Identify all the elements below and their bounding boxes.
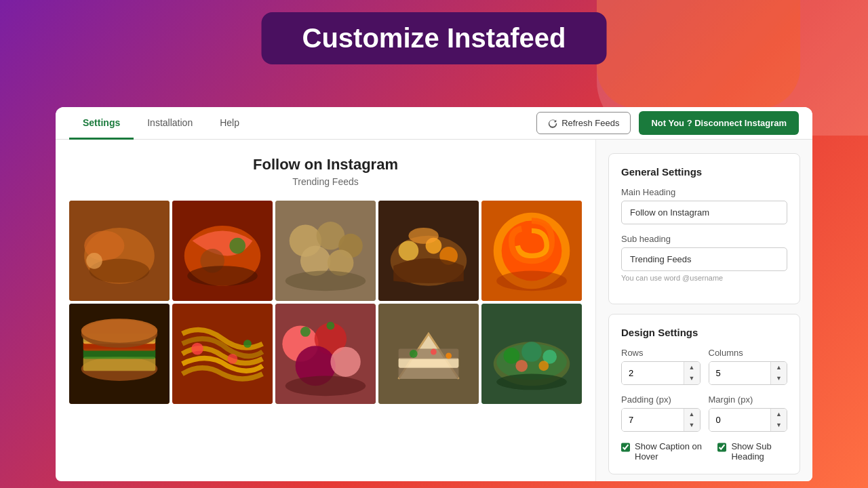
show-sub-heading-checkbox[interactable]	[717, 442, 726, 453]
photo-cell-4[interactable]	[378, 201, 479, 301]
svg-point-52	[410, 350, 418, 358]
rows-label: Rows	[621, 348, 701, 358]
columns-col: Columns ▲ ▼	[709, 348, 788, 385]
photo-cell-5[interactable]	[481, 201, 582, 301]
svg-point-9	[229, 238, 245, 254]
svg-point-54	[446, 353, 452, 359]
margin-label: Margin (px)	[709, 394, 788, 405]
settings-panel: General Settings Main Heading Sub headin…	[595, 140, 812, 481]
margin-increment-button[interactable]: ▲	[771, 409, 787, 420]
show-caption-label: Show Caption on Hover	[635, 441, 704, 462]
padding-input[interactable]	[622, 409, 684, 431]
photo-cell-9[interactable]	[378, 304, 479, 404]
padding-decrement-button[interactable]: ▼	[684, 420, 700, 432]
margin-spinners: ▲ ▼	[770, 409, 787, 431]
tab-help[interactable]: Help	[206, 108, 253, 140]
margin-input[interactable]	[709, 409, 771, 431]
svg-point-20	[399, 241, 419, 261]
rows-decrement-button[interactable]: ▼	[684, 373, 700, 385]
rows-columns-row: Rows ▲ ▼ Columns	[621, 348, 787, 385]
columns-label: Columns	[709, 348, 788, 358]
refresh-feeds-button[interactable]: Refresh Feeds	[536, 112, 631, 134]
bg-decoration-2	[597, 0, 800, 108]
rows-col: Rows ▲ ▼	[621, 348, 701, 385]
padding-margin-row: Padding (px) ▲ ▼ Margin (px)	[621, 394, 787, 432]
svg-rect-30	[83, 357, 156, 371]
columns-input[interactable]	[709, 362, 771, 384]
main-card: Settings Installation Help Refresh Feeds…	[56, 107, 812, 481]
design-settings-title: Design Settings	[621, 327, 787, 338]
padding-col: Padding (px) ▲ ▼	[621, 394, 701, 432]
padding-increment-button[interactable]: ▲	[684, 409, 700, 420]
svg-point-47	[326, 322, 334, 330]
main-heading-input[interactable]	[621, 201, 787, 224]
show-caption-item[interactable]: Show Caption on Hover	[621, 441, 704, 462]
svg-point-62	[538, 361, 549, 371]
rows-input[interactable]	[622, 362, 684, 384]
padding-input-wrap: ▲ ▼	[621, 408, 701, 432]
padding-spinners: ▲ ▼	[684, 409, 700, 431]
photo-grid	[69, 201, 582, 404]
disconnect-instagram-button[interactable]: Not You ? Disconnect Instagram	[639, 111, 799, 135]
sub-heading-hint: You can use word @username	[621, 274, 787, 282]
main-heading-label: Main Heading	[621, 187, 787, 197]
svg-point-46	[300, 327, 311, 337]
checkboxes-row: Show Caption on Hover Show Sub Heading	[621, 441, 787, 462]
svg-point-63	[496, 374, 567, 390]
svg-point-23	[408, 228, 438, 244]
refresh-icon	[548, 119, 557, 128]
photo-cell-6[interactable]	[69, 304, 170, 404]
design-settings-section: Design Settings Rows ▲ ▼ Colum	[608, 314, 800, 474]
sub-heading-input[interactable]	[621, 247, 787, 271]
rows-spinners: ▲ ▼	[684, 362, 700, 384]
main-heading-field-group: Main Heading	[621, 187, 787, 224]
svg-point-5	[86, 253, 102, 269]
columns-spinners: ▲ ▼	[770, 362, 787, 384]
photo-cell-2[interactable]	[172, 201, 273, 301]
svg-point-44	[330, 347, 360, 377]
svg-point-59	[521, 342, 542, 362]
svg-point-58	[504, 348, 520, 364]
tab-bar: Settings Installation Help Refresh Feeds…	[56, 107, 812, 140]
columns-decrement-button[interactable]: ▼	[771, 373, 787, 385]
tab-settings[interactable]: Settings	[69, 108, 134, 140]
svg-point-38	[227, 354, 237, 364]
padding-label: Padding (px)	[621, 394, 701, 405]
show-sub-heading-label: Show Sub Heading	[731, 441, 787, 462]
svg-point-27	[496, 271, 567, 291]
rows-input-wrap: ▲ ▼	[621, 361, 701, 385]
tab-installation[interactable]: Installation	[134, 108, 206, 140]
photo-cell-3[interactable]	[275, 201, 376, 301]
feed-panel: Follow on Instagram Trending Feeds	[56, 140, 595, 481]
rows-increment-button[interactable]: ▲	[684, 362, 700, 373]
svg-point-10	[187, 266, 258, 286]
photo-cell-10[interactable]	[481, 304, 582, 404]
sub-heading-label: Sub heading	[621, 234, 787, 244]
app-title: Customize Instafeed	[302, 23, 566, 54]
sub-heading-field-group: Sub heading You can use word @username	[621, 234, 787, 282]
svg-point-53	[431, 349, 437, 355]
feed-main-heading: Follow on Instagram	[69, 156, 582, 174]
show-sub-heading-item[interactable]: Show Sub Heading	[717, 441, 787, 462]
general-settings-title: General Settings	[621, 166, 787, 178]
margin-input-wrap: ▲ ▼	[709, 408, 788, 432]
show-caption-checkbox[interactable]	[621, 442, 630, 453]
svg-point-35	[81, 319, 157, 343]
tabs-container: Settings Installation Help	[69, 108, 253, 139]
general-settings-section: General Settings Main Heading Sub headin…	[608, 153, 800, 304]
app-title-bar: Customize Instafeed	[262, 12, 607, 64]
photo-cell-1[interactable]	[69, 201, 170, 301]
margin-col: Margin (px) ▲ ▼	[709, 394, 788, 432]
photo-cell-8[interactable]	[275, 304, 376, 404]
svg-point-39	[243, 340, 252, 348]
svg-point-45	[285, 376, 366, 396]
feed-sub-heading: Trending Feeds	[69, 176, 582, 187]
margin-decrement-button[interactable]: ▼	[771, 420, 787, 432]
svg-rect-49	[399, 367, 459, 379]
svg-point-17	[285, 271, 366, 291]
columns-increment-button[interactable]: ▲	[771, 362, 787, 373]
header-actions: Refresh Feeds Not You ? Disconnect Insta…	[536, 111, 799, 135]
svg-point-37	[191, 343, 203, 355]
columns-input-wrap: ▲ ▼	[709, 361, 788, 385]
photo-cell-7[interactable]	[172, 304, 273, 404]
